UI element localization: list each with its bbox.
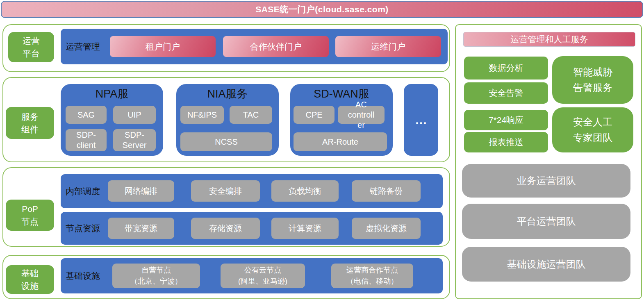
chip-sdp-client: SDP- client: [66, 129, 107, 151]
internal-scheduling-bar: 内部调度 网络编排 安全编排 负载均衡 链路备份: [61, 174, 443, 208]
chip-virtualization-resources: 虚拟化资源: [352, 218, 421, 239]
service-item-security-expert-team: 安全人工 专家团队: [552, 107, 633, 152]
layer-label-operation-platform: 运营 平台: [8, 32, 54, 62]
tenant-portal-box: 租户门户: [110, 36, 216, 57]
node-resources-bar: 节点资源 带宽资源 存储资源 计算资源 虚拟化资源: [61, 212, 443, 245]
layer-pop-nodes: PoP 节点 内部调度 网络编排 安全编排 负载均衡 链路备份 节点资源 带宽资…: [2, 167, 450, 247]
team-infrastructure-operations: 基础设施运营团队: [462, 247, 630, 282]
chip-cpe: CPE: [294, 106, 335, 124]
chip-ncss: NCSS: [180, 132, 272, 151]
chip-ac-controller: AC controll er: [338, 106, 385, 124]
ops-services-panel: 运营管理和人工服务 数据分析 安全告警 7*24响应 报表推送 智能威胁 告警服…: [455, 24, 642, 299]
service-item-report-push: 报表推送: [464, 132, 548, 152]
team-platform-operations: 平台运营团队: [462, 204, 630, 239]
more-services-ellipsis: …: [404, 84, 438, 156]
infrastructure-bar-label: 基础设施: [66, 270, 100, 282]
chip-self-operated-nodes: 自营节点 （北京、宁波）: [112, 264, 200, 288]
portal-title: SASE统一门户(cloud.sase.com): [255, 4, 389, 15]
ops-services-header: 运营管理和人工服务: [463, 32, 635, 47]
chip-load-balancing: 负载均衡: [271, 180, 339, 202]
card-nia: NIA服务 NF&IPS TAC NCSS: [176, 84, 279, 156]
operation-management-label: 运营管理: [66, 41, 100, 52]
chip-ar-route: AR-Route: [294, 132, 387, 151]
chip-link-backup: 链路备份: [352, 180, 421, 202]
layer-label-pop-nodes: PoP 节点: [6, 200, 54, 231]
chip-sdp-server: SDP- Server: [113, 129, 156, 151]
chip-compute-resources: 计算资源: [271, 218, 339, 239]
sase-architecture-diagram: SASE统一门户(cloud.sase.com) 运营 平台 运营管理 租户门户…: [0, 0, 644, 300]
chip-public-cloud-nodes: 公有云节点 (阿里、亚马逊): [221, 264, 305, 288]
chip-uip: UIP: [113, 106, 156, 124]
service-item-data-analysis: 数据分析: [464, 57, 548, 80]
infrastructure-bar: 基础设施 自营节点 （北京、宁波） 公有云节点 (阿里、亚马逊) 运营商合作节点…: [61, 258, 443, 293]
internal-scheduling-label: 内部调度: [66, 186, 100, 197]
card-sd-wan: SD-WAN服 CPE AC controll er AR-Route: [290, 84, 393, 156]
card-sd-wan-title: SD-WAN服: [290, 86, 393, 101]
layer-operation-platform: 运营 平台 运营管理 租户门户 合作伙伴门户 运维门户: [2, 24, 450, 72]
layer-label-service-components: 服务 组件: [6, 107, 54, 139]
card-more-services: …: [404, 84, 438, 156]
chip-tac: TAC: [230, 106, 272, 124]
partner-portal-box: 合作伙伴门户: [223, 36, 329, 57]
card-nia-title: NIA服务: [176, 86, 279, 101]
card-npa: NPA服 SAG UIP SDP- client SDP- Server: [61, 84, 163, 156]
chip-network-orchestration: 网络编排: [108, 180, 174, 202]
service-item-7x24-response: 7*24响应: [464, 110, 548, 130]
team-business-operations: 业务运营团队: [462, 164, 630, 198]
layer-service-components: 服务 组件 NPA服 SAG UIP SDP- client SDP- Serv…: [2, 77, 450, 162]
operation-management-bar: 运营管理 租户门户 合作伙伴门户 运维门户: [61, 29, 448, 64]
layer-infrastructure: 基础 设施 基础设施 自营节点 （北京、宁波） 公有云节点 (阿里、亚马逊) 运…: [2, 255, 450, 299]
service-item-security-alerts: 安全告警: [464, 82, 548, 104]
chip-sag: SAG: [66, 106, 107, 124]
service-item-intelligent-threat-alert: 智能威胁 告警服务: [552, 56, 633, 104]
chip-security-orchestration: 安全编排: [191, 180, 260, 202]
node-resources-label: 节点资源: [66, 223, 100, 234]
chip-storage-resources: 存储资源: [191, 218, 260, 239]
card-npa-title: NPA服: [61, 86, 163, 101]
ops-portal-box: 运维门户: [335, 36, 441, 57]
chip-bandwidth-resources: 带宽资源: [108, 218, 174, 239]
layer-label-infrastructure: 基础 设施: [6, 265, 54, 294]
portal-title-banner: SASE统一门户(cloud.sase.com): [1, 1, 643, 18]
chip-nf-ips: NF&IPS: [180, 106, 224, 124]
chip-carrier-partner-nodes: 运营商合作节点 （电信、移动）: [331, 264, 413, 288]
